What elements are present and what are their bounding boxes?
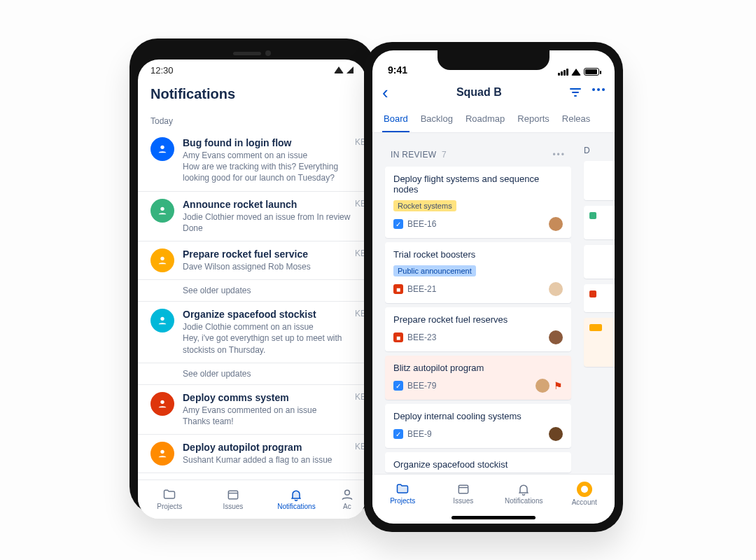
nav-projects[interactable]: Projects (138, 480, 202, 519)
avatar (150, 248, 174, 272)
task-icon: ✓ (393, 381, 403, 391)
card-title: Trial rocket boosters (393, 249, 563, 260)
issues-icon (456, 483, 470, 496)
bell-icon (517, 483, 531, 496)
notification-subtitle: Jodie Clothier moved an issue from In re… (183, 211, 366, 234)
wifi-icon (571, 69, 581, 76)
tab-releas[interactable]: Releas (561, 108, 592, 132)
see-older-link[interactable]: See older updates (138, 363, 366, 385)
bottom-nav: Projects Issues Notifications Ac (138, 479, 366, 519)
nav-account[interactable]: Ac (328, 480, 366, 519)
avatar (150, 137, 174, 161)
column-more-icon[interactable]: ••• (552, 150, 566, 160)
task-icon: ✓ (393, 219, 403, 229)
bottom-nav: Projects Issues Notifications Account (372, 474, 615, 513)
tab-roadmap[interactable]: Roadmap (464, 108, 506, 132)
notification-subtitle: Amy Evans comment on an issueHow are we … (183, 150, 366, 184)
notification-title: Bug found in login flow (183, 137, 366, 148)
folder-icon (162, 489, 176, 501)
svg-point-1 (160, 206, 164, 210)
column-name: IN REVIEW (391, 150, 436, 160)
svg-point-3 (160, 317, 164, 321)
avatar (150, 392, 174, 416)
nav-notifications[interactable]: Notifications (265, 480, 328, 519)
assignee-avatar (549, 427, 563, 441)
bug-icon: ■ (393, 332, 403, 342)
notification-title: Announce rocket launch (183, 199, 366, 210)
nav-issues[interactable]: Issues (433, 475, 494, 513)
nav-account[interactable]: Account (554, 475, 615, 513)
assignee-avatar (549, 330, 563, 344)
page-title: Notifications (138, 80, 366, 112)
issue-card[interactable]: Deploy flight systems and sequence nodes… (385, 167, 571, 238)
bell-icon (289, 489, 303, 501)
svg-point-4 (160, 400, 164, 403)
android-status-bar: 12:30 (138, 59, 366, 80)
next-column-peek[interactable]: D (584, 141, 605, 474)
notification-item[interactable]: Organize spacefood stockist Jodie Clothi… (138, 302, 366, 363)
screen-header: ‹ Squad B (372, 77, 615, 108)
notification-title: Prepare rocket fuel service (183, 248, 366, 260)
task-icon: ✓ (393, 429, 403, 439)
status-time: 9:41 (388, 64, 407, 76)
notification-item[interactable]: Announce rocket launch Jodie Clothier mo… (138, 192, 366, 241)
card-title: Blitz autopilot program (393, 363, 563, 373)
avatar (150, 309, 174, 332)
avatar-icon (577, 482, 592, 497)
notification-title: Deploy autopilot program (183, 442, 366, 453)
iphone-notch (438, 50, 550, 70)
back-button[interactable]: ‹ (382, 83, 388, 102)
label-chip: Rocket systems (393, 200, 456, 211)
card-title: Deploy internal cooling systems (393, 411, 563, 421)
android-speaker-bar (138, 47, 366, 59)
board-column-in-review: IN REVIEW 7 ••• Deploy flight systems an… (381, 141, 575, 474)
notification-subtitle: Dave Wilson assigned Rob Moses (183, 261, 366, 272)
notification-item[interactable]: Bug found in login flow Amy Evans commen… (138, 130, 366, 192)
issue-card[interactable]: Trial rocket boosters Public announcemen… (385, 242, 571, 303)
android-phone-frame: 12:30 Notifications Today Bug found in l… (130, 38, 374, 514)
assignee-avatar (549, 217, 563, 231)
nav-notifications[interactable]: Notifications (493, 475, 554, 513)
issue-key: BEE-23 (407, 332, 436, 342)
avatar (150, 442, 174, 465)
issue-card[interactable]: Deploy internal cooling systems ✓ BEE-9 (385, 404, 571, 448)
svg-point-5 (160, 450, 164, 454)
tab-backlog[interactable]: Backlog (419, 108, 454, 132)
project-title: Squad B (456, 86, 502, 99)
board-area: IN REVIEW 7 ••• Deploy flight systems an… (372, 133, 615, 474)
issues-icon (226, 489, 240, 501)
iphone-frame: 9:41 ‹ Squad B BoardBacklogRoadmapReport… (364, 42, 623, 532)
issue-key: BEE-16 (407, 219, 436, 229)
card-title: Prepare rocket fuel reserves (393, 314, 563, 325)
issue-card[interactable]: Blitz autopilot program ✓ BEE-79 ⚑ (385, 356, 571, 400)
issue-key: BEE-9 (407, 429, 432, 439)
more-icon[interactable] (592, 88, 605, 97)
notification-subtitle: Jodie Clothie comment on an issueHey, i'… (183, 321, 366, 356)
assignee-avatar (536, 379, 550, 393)
notification-item[interactable]: Deploy autopilot program Sushant Kumar a… (138, 435, 366, 473)
svg-rect-6 (228, 491, 237, 499)
filter-icon[interactable] (570, 88, 581, 97)
section-today-label: Today (138, 112, 366, 130)
battery-icon (584, 68, 599, 76)
bug-icon: ■ (393, 284, 403, 294)
notification-item[interactable]: Deploy comms system Amy Evans commented … (138, 385, 366, 435)
issue-key: BEE-21 (407, 284, 436, 294)
nav-projects[interactable]: Projects (372, 475, 433, 513)
notification-title: Organize spacefood stockist (183, 309, 366, 320)
issue-card[interactable]: Organize spacefood stockist (385, 452, 571, 472)
tab-reports[interactable]: Reports (516, 108, 551, 132)
notification-item[interactable]: Prepare rocket fuel service Dave Wilson … (138, 241, 366, 280)
issue-card[interactable]: Prepare rocket fuel reserves ■ BEE-23 (385, 307, 571, 351)
svg-point-0 (160, 146, 164, 149)
cell-signal-icon (558, 69, 568, 76)
tab-board[interactable]: Board (382, 108, 410, 132)
see-older-link[interactable]: See older updates (138, 280, 366, 302)
nav-issues[interactable]: Issues (202, 480, 265, 519)
card-title: Organize spacefood stockist (393, 459, 563, 470)
card-title: Deploy flight systems and sequence nodes (393, 174, 563, 195)
home-indicator (451, 516, 536, 519)
avatar (150, 199, 174, 223)
column-count: 7 (442, 150, 447, 160)
svg-rect-8 (458, 485, 468, 493)
